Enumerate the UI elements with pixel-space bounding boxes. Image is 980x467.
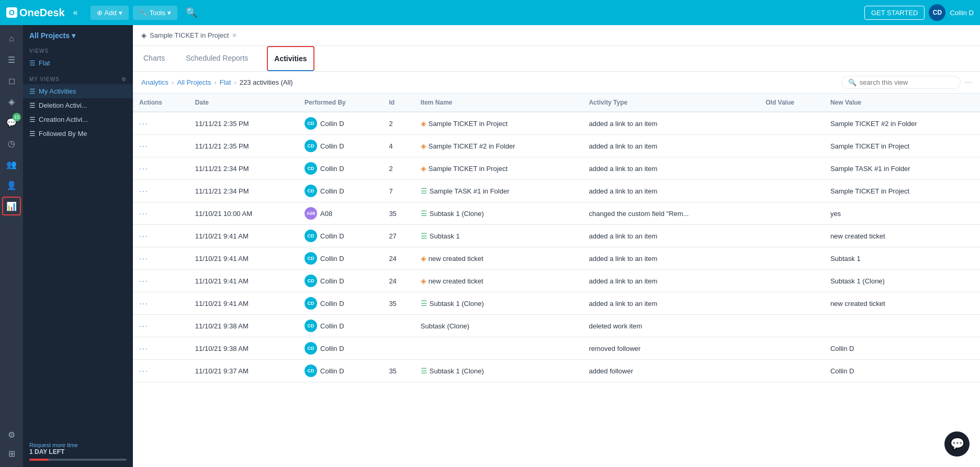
- breadcrumb-tab-close-icon[interactable]: ✕: [232, 32, 237, 39]
- item-name-text: Sample TICKET in Project: [429, 120, 508, 128]
- my-activities-list-icon: ☰: [29, 87, 36, 95]
- request-more-time-button[interactable]: Request more time: [29, 442, 127, 448]
- row-actions[interactable]: ···: [133, 315, 189, 337]
- my-activities-label: My Activities: [39, 87, 76, 95]
- user-chip-name: Collin D: [320, 322, 344, 330]
- col-date: Date: [189, 94, 298, 112]
- sidebar-icon-clock[interactable]: ◷: [2, 134, 21, 153]
- get-started-button[interactable]: GET STARTED: [864, 6, 925, 20]
- table-row: ···11/10/21 10:00 AMA08A0835☰Subtask 1 (…: [133, 202, 980, 225]
- table-row: ···11/10/21 9:37 AMCDCollin D35☰Subtask …: [133, 360, 980, 382]
- sidebar-icon-analytics[interactable]: 📊: [2, 197, 21, 215]
- search-box[interactable]: 🔍: [841, 76, 961, 89]
- row-new-value: Subtask 1 (Clone): [824, 270, 980, 292]
- row-new-value: Collin D: [824, 337, 980, 360]
- sidebar-icon-list[interactable]: ☰: [2, 50, 21, 69]
- row-actions[interactable]: ···: [133, 292, 189, 315]
- content-area: ◈ Sample TICKET in Project ✕ Charts Sche…: [133, 25, 980, 467]
- row-actions[interactable]: ···: [133, 247, 189, 270]
- table-row: ···11/10/21 9:41 AMCDCollin D27☰Subtask …: [133, 225, 980, 247]
- sidebar-icon-home[interactable]: ⌂: [2, 29, 21, 48]
- row-old-value: [759, 270, 824, 292]
- add-button[interactable]: ⊕ Add ▾: [91, 6, 129, 20]
- tab-activities[interactable]: Activities: [267, 46, 314, 71]
- item-name-text: Sample TICKET #2 in Folder: [429, 142, 515, 150]
- tools-button[interactable]: 🔧 Tools ▾: [133, 6, 177, 20]
- user-chip-name: Collin D: [320, 255, 344, 263]
- row-old-value: [759, 202, 824, 225]
- sidebar-icon-users[interactable]: 👥: [2, 155, 21, 174]
- row-performed-by: CDCollin D: [298, 315, 382, 337]
- row-actions[interactable]: ···: [133, 337, 189, 360]
- breadcrumb-tab-item[interactable]: ◈ Sample TICKET in Project ✕: [141, 31, 237, 39]
- table-row: ···11/10/21 9:38 AMCDCollin Dremoved fol…: [133, 337, 980, 360]
- row-item-name: ◈new created ticket: [414, 270, 583, 292]
- day-left-label: 1 DAY LEFT: [29, 448, 127, 455]
- sidebar-icon-ticket[interactable]: ◈: [2, 92, 21, 111]
- sidebar-item-followed-by-me[interactable]: ☰ Followed By Me: [23, 127, 133, 141]
- sidebar-icon-settings[interactable]: ⚙: [2, 425, 21, 444]
- table-container: Actions Date Performed By Id Item Name A…: [133, 94, 980, 467]
- sidebar-icon-inbox[interactable]: ◻: [2, 71, 21, 90]
- row-new-value: Sample TASK #1 in Folder: [824, 157, 980, 180]
- collapse-button[interactable]: «: [73, 8, 78, 17]
- row-item-name: ☰Subtask 1 (Clone): [414, 292, 583, 315]
- task-icon: ☰: [421, 367, 427, 375]
- row-actions[interactable]: ···: [133, 202, 189, 225]
- row-actions[interactable]: ···: [133, 135, 189, 157]
- row-actions[interactable]: ···: [133, 360, 189, 382]
- sidebar-item-my-activities[interactable]: ☰ My Activities: [23, 84, 133, 98]
- task-icon: ☰: [421, 299, 427, 307]
- row-actions[interactable]: ···: [133, 157, 189, 180]
- user-chip-avatar: CD: [305, 342, 317, 355]
- row-date: 11/10/21 9:41 AM: [189, 270, 298, 292]
- table-row: ···11/10/21 9:41 AMCDCollin D35☰Subtask …: [133, 292, 980, 315]
- topnav: O OneDesk « ⊕ Add ▾ 🔧 Tools ▾ 🔍 GET STAR…: [0, 0, 980, 25]
- row-old-value: [759, 337, 824, 360]
- all-projects-button[interactable]: All Projects ▾: [29, 31, 75, 40]
- row-performed-by: CDCollin D: [298, 112, 382, 135]
- row-actions[interactable]: ···: [133, 112, 189, 135]
- breadcrumb-sep-1: ›: [172, 78, 174, 86]
- sidebar-item-creation-activities[interactable]: ☰ Creation Activi...: [23, 112, 133, 127]
- chat-fab-button[interactable]: 💬: [944, 431, 970, 457]
- sidebar-icon-contact[interactable]: 👤: [2, 176, 21, 195]
- user-chip-name: Collin D: [320, 345, 344, 352]
- search-icon[interactable]: 🔍: [186, 7, 197, 18]
- more-options-icon[interactable]: ···: [965, 78, 972, 87]
- row-item-name: ◈Sample TICKET in Project: [414, 157, 583, 180]
- tab-scheduled-reports[interactable]: Scheduled Reports: [184, 46, 250, 71]
- sidebar-icon-apps[interactable]: ⊞: [2, 444, 21, 463]
- item-name-text: Subtask 1 (Clone): [430, 210, 484, 218]
- user-chip-name: Collin D: [320, 187, 344, 195]
- my-views-settings-icon[interactable]: ⚙: [121, 76, 127, 82]
- row-item-name: ◈Sample TICKET in Project: [414, 112, 583, 135]
- all-projects-label: All Projects: [29, 31, 70, 40]
- breadcrumb-flat[interactable]: Flat: [220, 78, 231, 86]
- row-actions[interactable]: ···: [133, 270, 189, 292]
- item-name-text: Subtask 1 (Clone): [430, 367, 484, 375]
- activities-table: Actions Date Performed By Id Item Name A…: [133, 94, 980, 382]
- row-new-value: Sample TICKET #2 in Folder: [824, 112, 980, 135]
- username[interactable]: Collin D: [950, 9, 974, 17]
- row-item-name: ☰Subtask 1 (Clone): [414, 202, 583, 225]
- row-activity-type: added a link to an item: [582, 225, 759, 247]
- row-date: 11/11/21 2:34 PM: [189, 180, 298, 202]
- flat-item[interactable]: ☰ Flat: [23, 56, 133, 70]
- followed-by-me-label: Followed By Me: [39, 130, 87, 138]
- search-input[interactable]: [860, 78, 954, 86]
- creation-activities-label: Creation Activi...: [39, 116, 88, 123]
- sidebar-icon-chat[interactable]: 💬 15: [2, 113, 21, 132]
- user-avatar[interactable]: CD: [929, 4, 945, 21]
- tools-icon: 🔧: [139, 9, 148, 17]
- sidebar-item-deletion-activities[interactable]: ☰ Deletion Activi...: [23, 98, 133, 112]
- tab-charts[interactable]: Charts: [141, 46, 167, 71]
- row-actions[interactable]: ···: [133, 180, 189, 202]
- row-performed-by: CDCollin D: [298, 157, 382, 180]
- breadcrumb-analytics[interactable]: Analytics: [141, 78, 168, 86]
- row-id: [382, 337, 414, 360]
- row-actions[interactable]: ···: [133, 225, 189, 247]
- user-chip-avatar: A08: [305, 207, 317, 220]
- breadcrumb-all-projects[interactable]: All Projects: [177, 78, 211, 86]
- sidebar-icons: ⌂ ☰ ◻ ◈ 💬 15 ◷ 👥 👤 📊 ⚙ ⊞: [0, 25, 23, 467]
